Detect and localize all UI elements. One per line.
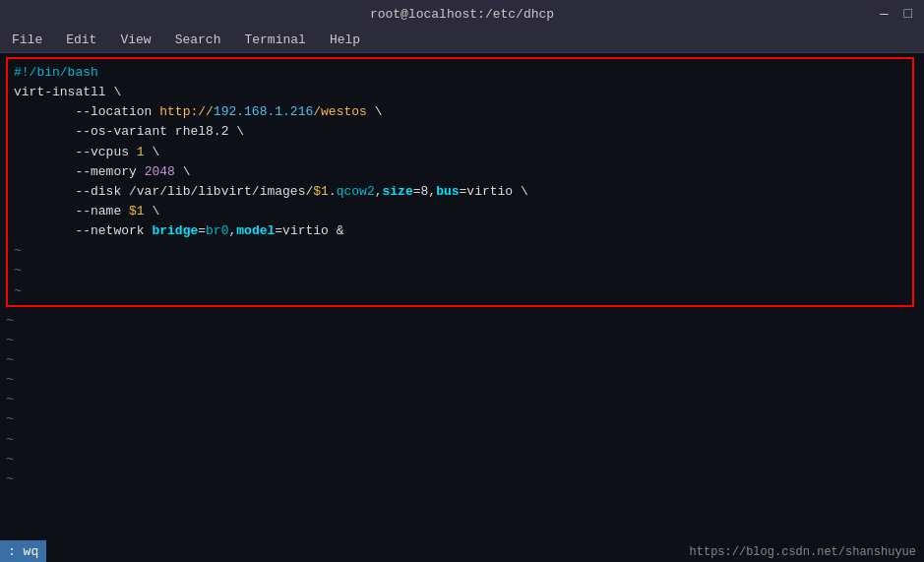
tilde-line-6: ~ bbox=[6, 350, 918, 370]
code-line-4: --os-variant rhel8.2 \ bbox=[14, 122, 906, 142]
tilde-3: ~ bbox=[14, 281, 906, 301]
code-line-9: --network bridge=br0,model=virtio & bbox=[14, 221, 906, 241]
vim-command: : wq bbox=[0, 540, 46, 562]
tilde-line-11: ~ bbox=[6, 450, 918, 469]
menu-help[interactable]: Help bbox=[326, 31, 364, 49]
watermark-url: https://blog.csdn.net/shanshuyue bbox=[690, 545, 916, 559]
code-line-2: virt-insatll \ bbox=[14, 83, 906, 102]
menu-edit[interactable]: Edit bbox=[62, 31, 100, 49]
terminal-area[interactable]: #!/bin/bash virt-insatll \ --location ht… bbox=[0, 53, 924, 562]
tilde-2: ~ bbox=[14, 261, 906, 281]
minimize-button[interactable]: — bbox=[876, 6, 892, 22]
code-line-1: #!/bin/bash bbox=[14, 63, 906, 83]
tilde-line-12: ~ bbox=[6, 469, 918, 489]
tilde-line-8: ~ bbox=[6, 390, 918, 409]
menu-search[interactable]: Search bbox=[171, 31, 225, 49]
tilde-line-4: ~ bbox=[6, 311, 918, 331]
menu-file[interactable]: File bbox=[8, 31, 46, 49]
tilde-area: ~ ~ ~ ~ ~ ~ ~ ~ ~ bbox=[6, 311, 918, 489]
code-line-8: --name $1 \ bbox=[14, 202, 906, 221]
maximize-button[interactable]: □ bbox=[900, 6, 916, 22]
window-controls: — □ bbox=[876, 6, 916, 22]
tilde-1: ~ bbox=[14, 241, 906, 261]
code-line-7: --disk /var/lib/libvirt/images/$1.qcow2,… bbox=[14, 182, 906, 202]
window-title: root@localhost:/etc/dhcp bbox=[370, 7, 554, 22]
code-line-6: --memory 2048 \ bbox=[14, 162, 906, 182]
code-block: #!/bin/bash virt-insatll \ --location ht… bbox=[6, 57, 914, 307]
menu-terminal[interactable]: Terminal bbox=[240, 31, 309, 49]
tilde-line-5: ~ bbox=[6, 331, 918, 350]
tilde-line-9: ~ bbox=[6, 409, 918, 429]
code-line-5: --vcpus 1 \ bbox=[14, 143, 906, 162]
status-bar: : wq https://blog.csdn.net/shanshuyue bbox=[0, 540, 924, 562]
tilde-line-10: ~ bbox=[6, 430, 918, 450]
title-bar: root@localhost:/etc/dhcp — □ bbox=[0, 0, 924, 28]
menu-bar: File Edit View Search Terminal Help bbox=[0, 28, 924, 53]
tilde-line-7: ~ bbox=[6, 370, 918, 390]
menu-view[interactable]: View bbox=[116, 31, 154, 49]
code-line-3: --location http://192.168.1.216/westos \ bbox=[14, 102, 906, 122]
